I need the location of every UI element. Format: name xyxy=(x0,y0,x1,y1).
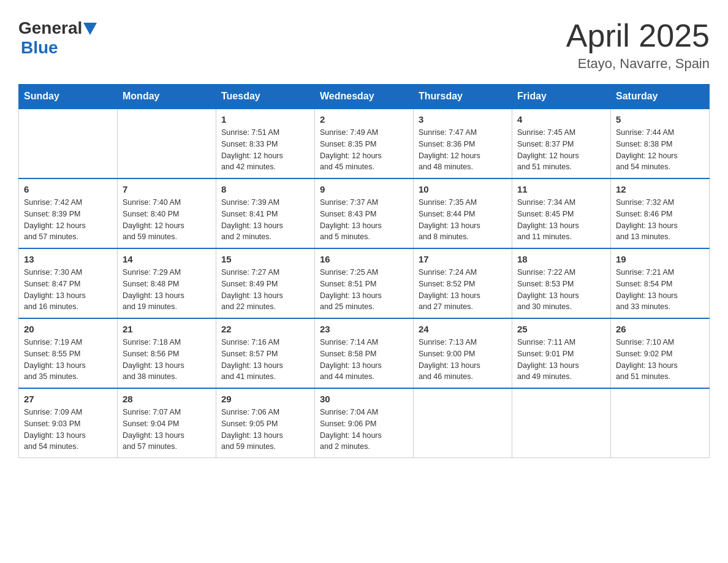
day-number: 11 xyxy=(517,184,605,194)
day-cell-0-3: 2Sunrise: 7:49 AM Sunset: 8:35 PM Daylig… xyxy=(315,109,414,178)
title-section: April 2025 Etayo, Navarre, Spain xyxy=(566,18,710,72)
day-info: Sunrise: 7:39 AM Sunset: 8:41 PM Dayligh… xyxy=(221,197,309,243)
day-cell-3-3: 23Sunrise: 7:14 AM Sunset: 8:58 PM Dayli… xyxy=(315,318,414,388)
week-row-4: 20Sunrise: 7:19 AM Sunset: 8:55 PM Dayli… xyxy=(19,318,710,388)
day-cell-3-5: 25Sunrise: 7:11 AM Sunset: 9:01 PM Dayli… xyxy=(512,318,611,388)
day-cell-1-3: 9Sunrise: 7:37 AM Sunset: 8:43 PM Daylig… xyxy=(315,178,414,248)
day-number: 20 xyxy=(24,324,112,334)
header-monday: Monday xyxy=(118,85,216,109)
logo: General Blue xyxy=(18,18,97,58)
header-friday: Friday xyxy=(512,85,611,109)
header-saturday: Saturday xyxy=(611,85,710,109)
day-number: 28 xyxy=(123,394,211,404)
week-row-5: 27Sunrise: 7:09 AM Sunset: 9:03 PM Dayli… xyxy=(19,388,710,458)
day-cell-4-4 xyxy=(414,388,512,458)
day-number: 4 xyxy=(517,114,605,124)
page-header: General Blue April 2025 Etayo, Navarre, … xyxy=(18,18,710,72)
day-info: Sunrise: 7:44 AM Sunset: 8:38 PM Dayligh… xyxy=(616,127,704,173)
day-info: Sunrise: 7:16 AM Sunset: 8:57 PM Dayligh… xyxy=(221,337,309,383)
day-number: 9 xyxy=(320,184,408,194)
day-number: 10 xyxy=(419,184,507,194)
day-info: Sunrise: 7:19 AM Sunset: 8:55 PM Dayligh… xyxy=(24,337,112,383)
day-cell-1-0: 6Sunrise: 7:42 AM Sunset: 8:39 PM Daylig… xyxy=(19,178,118,248)
day-info: Sunrise: 7:13 AM Sunset: 9:00 PM Dayligh… xyxy=(419,337,507,383)
day-cell-4-2: 29Sunrise: 7:06 AM Sunset: 9:05 PM Dayli… xyxy=(216,388,315,458)
day-info: Sunrise: 7:25 AM Sunset: 8:51 PM Dayligh… xyxy=(320,267,408,313)
header-wednesday: Wednesday xyxy=(315,85,414,109)
svg-marker-0 xyxy=(83,23,97,35)
day-cell-1-6: 12Sunrise: 7:32 AM Sunset: 8:46 PM Dayli… xyxy=(611,178,710,248)
day-cell-0-0 xyxy=(19,109,118,178)
day-number: 14 xyxy=(123,254,211,264)
day-number: 23 xyxy=(320,324,408,334)
day-cell-1-1: 7Sunrise: 7:40 AM Sunset: 8:40 PM Daylig… xyxy=(118,178,216,248)
day-info: Sunrise: 7:06 AM Sunset: 9:05 PM Dayligh… xyxy=(221,407,309,453)
day-info: Sunrise: 7:34 AM Sunset: 8:45 PM Dayligh… xyxy=(517,197,605,243)
day-info: Sunrise: 7:35 AM Sunset: 8:44 PM Dayligh… xyxy=(419,197,507,243)
day-info: Sunrise: 7:11 AM Sunset: 9:01 PM Dayligh… xyxy=(517,337,605,383)
day-info: Sunrise: 7:14 AM Sunset: 8:58 PM Dayligh… xyxy=(320,337,408,383)
day-cell-4-3: 30Sunrise: 7:04 AM Sunset: 9:06 PM Dayli… xyxy=(315,388,414,458)
day-cell-1-2: 8Sunrise: 7:39 AM Sunset: 8:41 PM Daylig… xyxy=(216,178,315,248)
day-number: 17 xyxy=(419,254,507,264)
day-cell-0-4: 3Sunrise: 7:47 AM Sunset: 8:36 PM Daylig… xyxy=(414,109,512,178)
day-info: Sunrise: 7:45 AM Sunset: 8:37 PM Dayligh… xyxy=(517,127,605,173)
day-number: 21 xyxy=(123,324,211,334)
day-cell-2-1: 14Sunrise: 7:29 AM Sunset: 8:48 PM Dayli… xyxy=(118,248,216,318)
day-cell-2-3: 16Sunrise: 7:25 AM Sunset: 8:51 PM Dayli… xyxy=(315,248,414,318)
calendar-title: April 2025 xyxy=(566,18,710,53)
day-cell-3-4: 24Sunrise: 7:13 AM Sunset: 9:00 PM Dayli… xyxy=(414,318,512,388)
day-cell-4-5 xyxy=(512,388,611,458)
day-cell-0-1 xyxy=(118,109,216,178)
day-info: Sunrise: 7:47 AM Sunset: 8:36 PM Dayligh… xyxy=(419,127,507,173)
day-number: 16 xyxy=(320,254,408,264)
day-cell-2-5: 18Sunrise: 7:22 AM Sunset: 8:53 PM Dayli… xyxy=(512,248,611,318)
logo-blue-text: Blue xyxy=(21,38,58,57)
day-cell-2-2: 15Sunrise: 7:27 AM Sunset: 8:49 PM Dayli… xyxy=(216,248,315,318)
day-cell-2-4: 17Sunrise: 7:24 AM Sunset: 8:52 PM Dayli… xyxy=(414,248,512,318)
day-number: 2 xyxy=(320,114,408,124)
header-sunday: Sunday xyxy=(19,85,118,109)
day-info: Sunrise: 7:21 AM Sunset: 8:54 PM Dayligh… xyxy=(616,267,704,313)
header-tuesday: Tuesday xyxy=(216,85,315,109)
logo-arrow-icon xyxy=(83,23,97,36)
day-number: 8 xyxy=(221,184,309,194)
day-info: Sunrise: 7:30 AM Sunset: 8:47 PM Dayligh… xyxy=(24,267,112,313)
day-number: 26 xyxy=(616,324,704,334)
day-number: 13 xyxy=(24,254,112,264)
header-thursday: Thursday xyxy=(414,85,512,109)
day-cell-4-6 xyxy=(611,388,710,458)
day-cell-3-6: 26Sunrise: 7:10 AM Sunset: 9:02 PM Dayli… xyxy=(611,318,710,388)
day-number: 30 xyxy=(320,394,408,404)
day-cell-0-5: 4Sunrise: 7:45 AM Sunset: 8:37 PM Daylig… xyxy=(512,109,611,178)
day-number: 24 xyxy=(419,324,507,334)
day-cell-4-1: 28Sunrise: 7:07 AM Sunset: 9:04 PM Dayli… xyxy=(118,388,216,458)
day-number: 12 xyxy=(616,184,704,194)
day-info: Sunrise: 7:04 AM Sunset: 9:06 PM Dayligh… xyxy=(320,407,408,453)
day-cell-3-0: 20Sunrise: 7:19 AM Sunset: 8:55 PM Dayli… xyxy=(19,318,118,388)
day-info: Sunrise: 7:10 AM Sunset: 9:02 PM Dayligh… xyxy=(616,337,704,383)
calendar-header-row: SundayMondayTuesdayWednesdayThursdayFrid… xyxy=(19,85,710,109)
week-row-1: 1Sunrise: 7:51 AM Sunset: 8:33 PM Daylig… xyxy=(19,109,710,178)
logo-general-text: General xyxy=(18,18,82,38)
week-row-3: 13Sunrise: 7:30 AM Sunset: 8:47 PM Dayli… xyxy=(19,248,710,318)
week-row-2: 6Sunrise: 7:42 AM Sunset: 8:39 PM Daylig… xyxy=(19,178,710,248)
day-number: 7 xyxy=(123,184,211,194)
calendar-subtitle: Etayo, Navarre, Spain xyxy=(566,56,710,72)
day-number: 25 xyxy=(517,324,605,334)
day-number: 5 xyxy=(616,114,704,124)
day-info: Sunrise: 7:29 AM Sunset: 8:48 PM Dayligh… xyxy=(123,267,211,313)
day-number: 18 xyxy=(517,254,605,264)
day-info: Sunrise: 7:51 AM Sunset: 8:33 PM Dayligh… xyxy=(221,127,309,173)
day-cell-4-0: 27Sunrise: 7:09 AM Sunset: 9:03 PM Dayli… xyxy=(19,388,118,458)
day-info: Sunrise: 7:49 AM Sunset: 8:35 PM Dayligh… xyxy=(320,127,408,173)
day-number: 1 xyxy=(221,114,309,124)
day-info: Sunrise: 7:37 AM Sunset: 8:43 PM Dayligh… xyxy=(320,197,408,243)
day-info: Sunrise: 7:42 AM Sunset: 8:39 PM Dayligh… xyxy=(24,197,112,243)
day-number: 22 xyxy=(221,324,309,334)
day-cell-2-0: 13Sunrise: 7:30 AM Sunset: 8:47 PM Dayli… xyxy=(19,248,118,318)
day-info: Sunrise: 7:22 AM Sunset: 8:53 PM Dayligh… xyxy=(517,267,605,313)
day-number: 29 xyxy=(221,394,309,404)
day-cell-3-1: 21Sunrise: 7:18 AM Sunset: 8:56 PM Dayli… xyxy=(118,318,216,388)
day-number: 15 xyxy=(221,254,309,264)
